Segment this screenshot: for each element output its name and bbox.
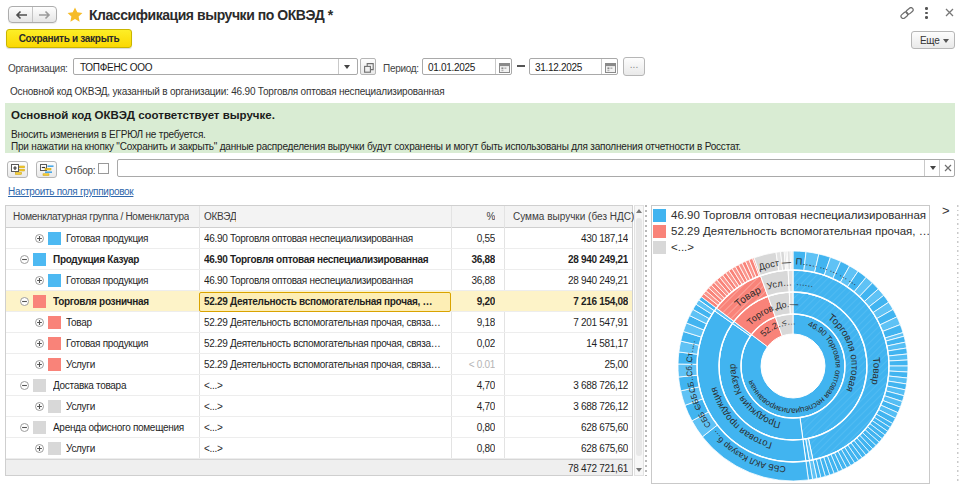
svg-text:…: … — [804, 278, 815, 290]
svg-text:<…: <… — [781, 316, 796, 327]
svg-text:Товар: Товар — [869, 357, 882, 386]
svg-text:…: … — [808, 258, 819, 270]
